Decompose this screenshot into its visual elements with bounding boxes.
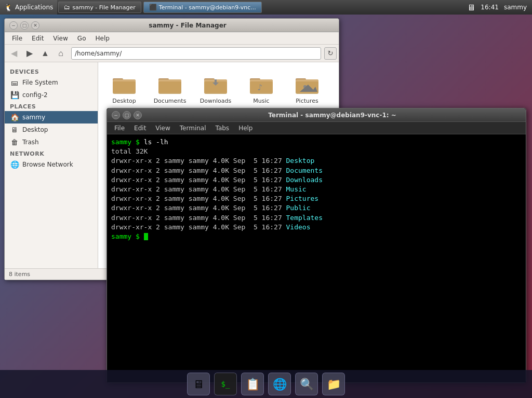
terminal-menubar: File Edit View Terminal Tabs Help (107, 122, 526, 134)
status-text: 8 items (9, 271, 30, 278)
taskbar-terminal-btn[interactable]: ⬛ Terminal - sammy@debian9-vnc... (143, 2, 262, 13)
svg-text:♪: ♪ (257, 83, 262, 92)
terminal-menu-file[interactable]: File (110, 123, 129, 133)
terminal-line-10: drwxr-xr-x 2 sammy sammy 4.0K Sep 5 16:2… (111, 223, 522, 232)
applications-label: Applications (15, 4, 53, 11)
file-label-music: Music (253, 98, 269, 104)
sidebar-item-filesystem[interactable]: 🖴 File System (5, 76, 98, 89)
terminal-line-1: sammy $ ls -lh (111, 138, 522, 147)
file-manager-toolbar: ◀ ▶ ▲ ⌂ /home/sammy/ ↻ (5, 45, 339, 62)
terminal-menu-view[interactable]: View (151, 123, 174, 133)
up-button[interactable]: ▲ (38, 46, 52, 61)
sidebar-item-config2[interactable]: 💾 config-2 (5, 89, 98, 101)
minimize-button[interactable]: − (9, 21, 18, 30)
folder-icon-pictures (295, 71, 320, 96)
dock-item-notes[interactable]: 📋 (241, 373, 264, 395)
terminal-menu-edit[interactable]: Edit (130, 123, 150, 133)
terminal-line-3: drwxr-xr-x 2 sammy sammy 4.0K Sep 5 16:2… (111, 156, 522, 166)
forward-button[interactable]: ▶ (22, 46, 37, 61)
terminal-line-4: drwxr-xr-x 2 sammy sammy 4.0K Sep 5 16:2… (111, 166, 522, 175)
terminal-line-2: total 32K (111, 147, 522, 156)
home-button[interactable]: ⌂ (54, 46, 68, 61)
places-header: PLACES (5, 101, 98, 111)
terminal-maximize-button[interactable]: □ (123, 111, 131, 119)
menu-view[interactable]: View (49, 34, 72, 43)
file-manager-menubar: File Edit View Go Help (5, 32, 339, 45)
terminal-close-button[interactable]: ✕ (134, 111, 142, 119)
menu-file[interactable]: File (8, 34, 26, 43)
terminal-line-9: drwxr-xr-x 2 sammy sammy 4.0K Sep 5 16:2… (111, 213, 522, 223)
back-button[interactable]: ◀ (7, 46, 21, 61)
terminal-line-6: drwxr-xr-x 2 sammy sammy 4.0K Sep 5 16:2… (111, 185, 522, 194)
harddisk-icon: 🖴 (10, 78, 19, 87)
sidebar-item-desktop[interactable]: 🖥 Desktop (5, 123, 98, 136)
svg-rect-13 (215, 79, 217, 84)
svg-rect-3 (113, 81, 136, 93)
sidebar: DEVICES 🖴 File System 💾 config-2 PLACES … (5, 62, 98, 268)
terminal-title: Terminal - sammy@debian9-vnc-1: ~ (142, 112, 523, 119)
file-label-desktop: Desktop (112, 98, 136, 104)
home-icon: 🏠 (10, 113, 19, 122)
sidebar-item-trash[interactable]: 🗑 Trash (5, 136, 98, 148)
file-item-music[interactable]: ♪ Music (241, 67, 282, 108)
folder-icon-music: ♪ (249, 71, 274, 96)
disk-icon: 💾 (10, 90, 19, 100)
terminal-menu-help[interactable]: Help (234, 123, 257, 133)
network-header: NETWORK (5, 148, 98, 158)
terminal-minimize-button[interactable]: − (112, 111, 120, 119)
desktop-icon: 🖥 (10, 125, 19, 134)
taskbar-bottom: 🖥 $_ 📋 🌐 🔍 📁 (0, 370, 532, 398)
terminal-menu-tabs[interactable]: Tabs (211, 123, 234, 133)
terminal-menu-terminal[interactable]: Terminal (176, 123, 210, 133)
menu-go[interactable]: Go (73, 34, 90, 43)
maximize-button[interactable]: □ (20, 21, 29, 30)
file-label-downloads: Downloads (200, 98, 231, 104)
dock-item-browser[interactable]: 🌐 (268, 373, 291, 395)
terminal-window: − □ ✕ Terminal - sammy@debian9-vnc-1: ~ … (107, 108, 526, 383)
trash-icon: 🗑 (10, 138, 19, 147)
terminal-prompt-line: sammy $ (111, 232, 522, 241)
menu-edit[interactable]: Edit (28, 34, 48, 43)
terminal-window-controls: − □ ✕ (110, 111, 142, 119)
devices-header: DEVICES (5, 66, 98, 76)
file-manager-titlebar: − □ ✕ sammy - File Manager (5, 19, 339, 32)
taskbar-file-manager-btn[interactable]: 🗂 sammy - File Manager (58, 2, 141, 13)
terminal-line-7: drwxr-xr-x 2 sammy sammy 4.0K Sep 5 16:2… (111, 194, 522, 203)
folder-icon-downloads (203, 71, 228, 96)
network-icon: 🌐 (10, 160, 19, 169)
file-label-pictures: Pictures (296, 98, 318, 104)
address-text: /home/sammy/ (75, 50, 122, 57)
terminal-content[interactable]: sammy $ ls -lh total 32K drwxr-xr-x 2 sa… (107, 134, 526, 382)
username: sammy (504, 4, 527, 11)
taskbar-right: 🖥 16:41 sammy (467, 3, 532, 12)
address-bar[interactable]: /home/sammy/ (71, 47, 321, 60)
applications-button[interactable]: 🐧 Applications (0, 0, 57, 15)
dock-item-files[interactable]: 🖥 (187, 373, 210, 395)
window-title: sammy - File Manager (39, 22, 336, 29)
taskbar-top: 🐧 Applications 🗂 sammy - File Manager ⬛ … (0, 0, 532, 15)
sidebar-item-browse-network[interactable]: 🌐 Browse Network (5, 158, 98, 171)
folder-icon-documents (157, 71, 182, 96)
dock-item-terminal[interactable]: $_ (214, 373, 237, 395)
file-item-documents[interactable]: Documents (149, 67, 191, 108)
refresh-button[interactable]: ↻ (324, 47, 337, 60)
svg-rect-7 (158, 81, 181, 93)
file-item-downloads[interactable]: Downloads (195, 67, 236, 108)
menu-help[interactable]: Help (91, 34, 113, 43)
terminal-line-8: drwxr-xr-x 2 sammy sammy 4.0K Sep 5 16:2… (111, 203, 522, 213)
file-item-desktop[interactable]: Desktop (103, 67, 145, 108)
terminal-line-5: drwxr-xr-x 2 sammy sammy 4.0K Sep 5 16:2… (111, 175, 522, 185)
file-item-pictures[interactable]: Pictures (286, 67, 328, 108)
dock-item-folder[interactable]: 📁 (322, 373, 345, 395)
clock: 16:41 (481, 4, 499, 11)
terminal-titlebar: − □ ✕ Terminal - sammy@debian9-vnc-1: ~ (107, 108, 526, 122)
window-controls: − □ ✕ (8, 21, 39, 30)
folder-icon-desktop (112, 71, 137, 96)
sidebar-item-sammy[interactable]: 🏠 sammy (5, 111, 98, 123)
dock-item-search[interactable]: 🔍 (295, 373, 318, 395)
close-button[interactable]: ✕ (31, 21, 39, 30)
file-label-documents: Documents (154, 98, 187, 104)
